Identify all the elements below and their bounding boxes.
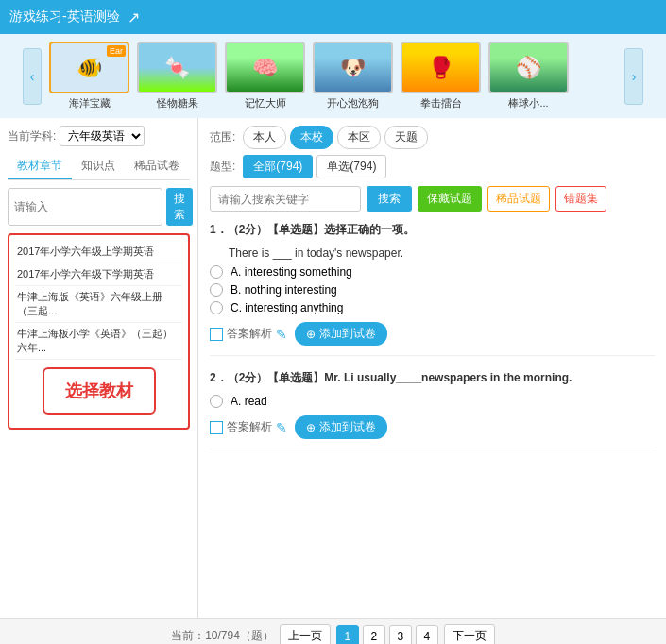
game-list: 🐠Ear 海洋宝藏🍬 怪物糖果🧠 记忆大师🐶 开心泡泡狗🥊 拳击擂台⚾ 棒球小.… xyxy=(49,42,617,110)
game-item-boxing[interactable]: 🥊 拳击擂台 xyxy=(401,42,481,110)
add-to-paper-button[interactable]: ⊕ 添加到试卷 xyxy=(295,415,387,439)
game-item-ball[interactable]: ⚾ 棒球小... xyxy=(488,42,569,110)
game-label-bubble: 开心泡泡狗 xyxy=(327,96,379,110)
question-num: 2．（2分）【单选题】Mr. Li usually____newspapers … xyxy=(210,371,572,384)
option-row: C. interesting anything xyxy=(210,301,655,314)
type-option-全部(794)[interactable]: 全部(794) xyxy=(243,155,313,178)
question-title-1: 1．（2分）【单选题】选择正确的一项。 xyxy=(210,221,655,239)
sidebar-tab-textbook[interactable]: 教材章节 xyxy=(8,154,72,179)
game-thumb-ball: ⚾ xyxy=(488,42,569,93)
question-search-input[interactable] xyxy=(210,186,361,212)
textbook-list-item[interactable]: 牛津上海版《英语》六年级上册（三起... xyxy=(15,286,182,323)
question-block-2: 2．（2分）【单选题】Mr. Li usually____newspapers … xyxy=(210,369,655,449)
grade-selector: 当前学科: 六年级英语 xyxy=(8,126,190,146)
range-options: 本人本校本区天题 xyxy=(243,126,428,149)
game-item-monster[interactable]: 🍬 怪物糖果 xyxy=(137,42,217,110)
premium-questions-button[interactable]: 稀品试题 xyxy=(487,186,550,212)
type-label: 题型: xyxy=(210,159,235,175)
range-option-本校[interactable]: 本校 xyxy=(290,126,333,149)
page-num-1[interactable]: 1 xyxy=(336,625,359,645)
select-textbook-button[interactable]: 选择教材 xyxy=(43,367,156,415)
right-content: 范围: 本人本校本区天题 题型: 全部(794)单选(794) 搜索 保藏试题 … xyxy=(198,118,666,618)
type-option-单选(794)[interactable]: 单选(794) xyxy=(316,155,386,178)
game-item-ocean[interactable]: 🐠Ear 海洋宝藏 xyxy=(49,42,129,110)
plus-icon: ⊕ xyxy=(306,421,316,434)
answer-label: 答案解析 ✎ xyxy=(210,326,287,342)
type-options: 全部(794)单选(794) xyxy=(243,155,386,178)
game-thumb-ocean: 🐠Ear xyxy=(49,42,129,93)
save-questions-button[interactable]: 保藏试题 xyxy=(418,186,482,212)
app-title: 游戏练习-英语测验 xyxy=(9,8,120,25)
question-title-2: 2．（2分）【单选题】Mr. Li usually____newspapers … xyxy=(210,369,655,387)
game-label-ball: 棒球小... xyxy=(508,96,548,110)
questions-container: 1．（2分）【单选题】选择正确的一项。 There is ___ in toda… xyxy=(210,221,655,449)
radio-A[interactable] xyxy=(210,265,223,279)
grade-select[interactable]: 六年级英语 xyxy=(60,126,145,146)
sidebar-search-row: 搜索 xyxy=(8,188,190,226)
edit-icon[interactable]: ✎ xyxy=(276,327,287,342)
prev-game-arrow[interactable]: ‹ xyxy=(23,48,42,105)
game-label-ocean: 海洋宝藏 xyxy=(69,96,111,110)
page-info: 当前：10/794（题） xyxy=(171,628,274,644)
option-text-C: C. interesting anything xyxy=(231,301,343,314)
next-page-button[interactable]: 下一页 xyxy=(444,624,495,644)
add-to-paper-button[interactable]: ⊕ 添加到试卷 xyxy=(295,322,387,346)
textbook-list: 2017年小学六年级上学期英语2017年小学六年级下学期英语牛津上海版《英语》六… xyxy=(15,241,182,360)
sidebar-tab-premium[interactable]: 稀品试卷 xyxy=(125,154,189,179)
game-label-memory: 记忆大师 xyxy=(245,96,286,110)
answer-label: 答案解析 ✎ xyxy=(210,419,287,435)
answer-checkbox[interactable] xyxy=(210,421,223,434)
main-content: 当前学科: 六年级英语 教材章节知识点稀品试卷 搜索 2017年小学六年级上学期… xyxy=(0,118,666,618)
sidebar: 当前学科: 六年级英语 教材章节知识点稀品试卷 搜索 2017年小学六年级上学期… xyxy=(0,118,198,618)
question-num: 1．（2分）【单选题】选择正确的一项。 xyxy=(210,223,415,236)
sidebar-tab-knowledge[interactable]: 知识点 xyxy=(72,154,125,179)
range-option-本人[interactable]: 本人 xyxy=(243,126,286,149)
page-num-3[interactable]: 3 xyxy=(389,625,412,645)
textbook-list-item[interactable]: 牛津上海板小学《英语》（三起）六年... xyxy=(15,323,182,360)
sidebar-search-input[interactable] xyxy=(8,188,162,226)
page-numbers: 1234 xyxy=(336,625,438,645)
answer-row-2: 答案解析 ✎ ⊕ 添加到试卷 xyxy=(210,415,655,439)
range-option-天题[interactable]: 天题 xyxy=(384,126,428,149)
type-row: 题型: 全部(794)单选(794) xyxy=(210,155,655,178)
game-thumb-boxing: 🥊 xyxy=(401,42,481,93)
textbook-list-item[interactable]: 2017年小学六年级上学期英语 xyxy=(15,241,182,263)
game-item-memory[interactable]: 🧠 记忆大师 xyxy=(225,42,305,110)
answer-row-1: 答案解析 ✎ ⊕ 添加到试卷 xyxy=(210,322,655,346)
option-row: A. interesting something xyxy=(210,265,655,279)
error-questions-button[interactable]: 错题集 xyxy=(555,186,606,212)
answer-checkbox[interactable] xyxy=(210,328,223,341)
export-icon[interactable]: ↗ xyxy=(128,8,140,26)
question-block-1: 1．（2分）【单选题】选择正确的一项。 There is ___ in toda… xyxy=(210,221,655,356)
edit-icon[interactable]: ✎ xyxy=(276,420,287,435)
ear-badge: Ear xyxy=(107,45,126,57)
game-label-boxing: 拳击擂台 xyxy=(420,96,462,110)
option-row: B. nothing interesting xyxy=(210,283,655,297)
next-game-arrow[interactable]: › xyxy=(624,48,643,105)
filter-row: 范围: 本人本校本区天题 xyxy=(210,126,655,149)
title-bar: 游戏练习-英语测验 ↗ xyxy=(0,0,666,34)
page-num-2[interactable]: 2 xyxy=(363,625,385,645)
prev-page-button[interactable]: 上一页 xyxy=(280,624,331,644)
radio-C[interactable] xyxy=(210,301,223,314)
question-body: There is ___ in today's newspaper. xyxy=(229,246,655,260)
options-list: A. interesting something B. nothing inte… xyxy=(210,265,655,314)
page-num-4[interactable]: 4 xyxy=(416,625,438,645)
range-option-本区[interactable]: 本区 xyxy=(337,126,381,149)
radio-A[interactable] xyxy=(210,395,223,408)
option-text-B: B. nothing interesting xyxy=(231,283,337,297)
option-text-A: A. read xyxy=(231,395,267,408)
radio-B[interactable] xyxy=(210,283,223,297)
textbook-list-item[interactable]: 2017年小学六年级下学期英语 xyxy=(15,263,182,286)
sidebar-search-button[interactable]: 搜索 xyxy=(166,188,193,226)
option-text-A: A. interesting something xyxy=(231,265,352,279)
question-search-button[interactable]: 搜索 xyxy=(367,186,412,212)
search-question-row: 搜索 保藏试题 稀品试题 错题集 xyxy=(210,186,655,212)
game-selector: ‹ 🐠Ear 海洋宝藏🍬 怪物糖果🧠 记忆大师🐶 开心泡泡狗🥊 拳击擂台⚾ 棒球… xyxy=(0,34,666,118)
plus-icon: ⊕ xyxy=(306,328,316,341)
game-item-bubble[interactable]: 🐶 开心泡泡狗 xyxy=(313,42,393,110)
options-list: A. read xyxy=(210,395,655,408)
game-thumb-monster: 🍬 xyxy=(137,42,217,93)
game-thumb-memory: 🧠 xyxy=(225,42,305,93)
sidebar-tabs: 教材章节知识点稀品试卷 xyxy=(8,154,190,180)
